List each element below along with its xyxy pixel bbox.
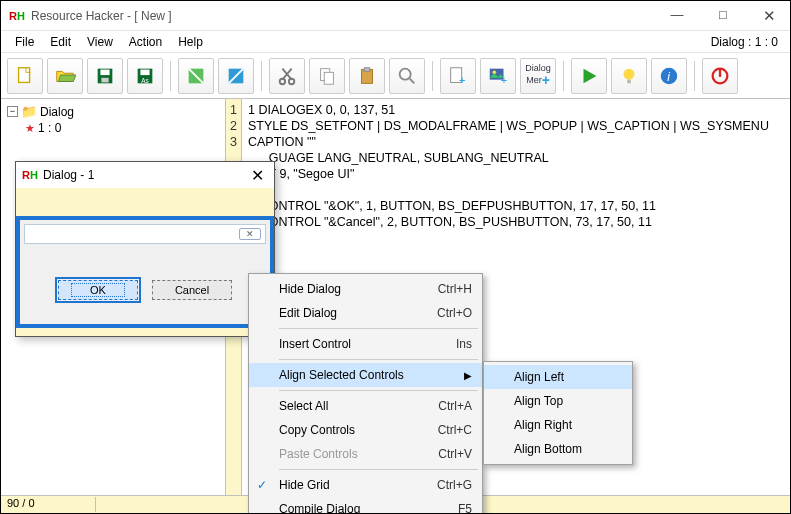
menu-shortcut: Ins <box>426 337 472 351</box>
svg-rect-5 <box>140 69 149 75</box>
cut-icon[interactable] <box>269 58 305 94</box>
menu-shortcut: Ctrl+O <box>407 306 472 320</box>
star-icon: ★ <box>25 122 35 135</box>
copy-icon[interactable] <box>309 58 345 94</box>
ok-button[interactable]: OK <box>58 280 138 300</box>
collapse-icon[interactable]: − <box>7 106 18 117</box>
menu-item-label: Edit Dialog <box>279 306 337 320</box>
menu-item[interactable]: Align Top <box>484 389 632 413</box>
menu-item-label: Align Bottom <box>514 442 582 456</box>
svg-rect-3 <box>101 77 108 82</box>
menu-help[interactable]: Help <box>170 33 211 51</box>
menu-item[interactable]: Copy ControlsCtrl+C <box>249 418 482 442</box>
menu-shortcut: Ctrl+A <box>408 399 472 413</box>
menubar: File Edit View Action Help Dialog : 1 : … <box>1 31 790 53</box>
menu-separator <box>279 469 478 470</box>
dialog-edit-icon[interactable]: DialogMer+ <box>520 58 556 94</box>
status-position: 90 / 0 <box>7 497 96 512</box>
app-logo-icon: RH <box>22 167 38 183</box>
tree-node-item[interactable]: ★ 1 : 0 <box>7 120 219 136</box>
info-icon[interactable]: i <box>651 58 687 94</box>
power-icon[interactable] <box>702 58 738 94</box>
window-title: Resource Hacker - [ New ] <box>31 9 172 23</box>
menu-view[interactable]: View <box>79 33 121 51</box>
menu-item-label: Align Right <box>514 418 572 432</box>
new-icon[interactable] <box>7 58 43 94</box>
dialog-preview-titlebar[interactable]: RH Dialog - 1 ✕ <box>16 162 274 188</box>
tree-label: Dialog <box>40 105 74 119</box>
svg-point-13 <box>400 68 411 79</box>
dialog-body[interactable]: OK Cancel <box>24 250 266 320</box>
maximize-button[interactable]: □ <box>710 7 736 25</box>
svg-text:As: As <box>141 77 148 84</box>
toolbar-separator <box>261 61 262 91</box>
menu-item[interactable]: Edit DialogCtrl+O <box>249 301 482 325</box>
check-icon: ✓ <box>257 478 267 492</box>
menu-edit[interactable]: Edit <box>42 33 79 51</box>
dialog-footer-band <box>16 328 274 336</box>
menu-item-label: Align Top <box>514 394 563 408</box>
open-icon[interactable] <box>47 58 83 94</box>
menu-item[interactable]: Select AllCtrl+A <box>249 394 482 418</box>
window-controls: — □ ✕ <box>664 7 782 25</box>
dialog-close-icon[interactable]: ✕ <box>239 228 261 240</box>
svg-point-7 <box>280 78 286 84</box>
minimize-button[interactable]: — <box>664 7 690 25</box>
svg-text:+: + <box>459 74 465 86</box>
close-button[interactable]: ✕ <box>756 7 782 25</box>
menu-item[interactable]: Align Left <box>484 365 632 389</box>
paste-icon[interactable] <box>349 58 385 94</box>
menu-separator <box>279 390 478 391</box>
titlebar: RH Resource Hacker - [ New ] — □ ✕ <box>1 1 790 31</box>
toolbar: As + + DialogMer+ i <box>1 53 790 99</box>
svg-rect-0 <box>19 67 30 82</box>
status-right: Dialog : 1 : 0 <box>711 35 784 49</box>
submenu-arrow-icon: ▶ <box>464 370 472 381</box>
menu-item-label: Insert Control <box>279 337 351 351</box>
dialog-toolbar-band <box>16 188 274 216</box>
menu-separator <box>279 359 478 360</box>
add-resource-icon[interactable]: + <box>440 58 476 94</box>
menu-shortcut: Ctrl+H <box>408 282 472 296</box>
find-icon[interactable] <box>389 58 425 94</box>
play-icon[interactable] <box>571 58 607 94</box>
svg-point-19 <box>624 68 635 79</box>
context-menu[interactable]: Hide DialogCtrl+HEdit DialogCtrl+OInsert… <box>248 273 483 514</box>
saveas-icon[interactable]: As <box>127 58 163 94</box>
dialog-caption-bar: ✕ <box>24 224 266 244</box>
menu-item-label: Compile Dialog <box>279 502 360 514</box>
add-image-icon[interactable]: + <box>480 58 516 94</box>
menu-item[interactable]: Hide DialogCtrl+H <box>249 277 482 301</box>
menu-shortcut: Ctrl+G <box>407 478 472 492</box>
close-icon[interactable]: ✕ <box>247 166 268 185</box>
menu-item[interactable]: Align Bottom <box>484 437 632 461</box>
svg-text:i: i <box>667 69 670 83</box>
save-icon[interactable] <box>87 58 123 94</box>
menu-item[interactable]: Align Right <box>484 413 632 437</box>
toolbar-separator <box>432 61 433 91</box>
menu-item-label: Select All <box>279 399 328 413</box>
toolbar-separator <box>563 61 564 91</box>
import-icon[interactable] <box>178 58 214 94</box>
bulb-icon[interactable] <box>611 58 647 94</box>
menu-item[interactable]: Compile DialogF5 <box>249 497 482 514</box>
menu-item-label: Copy Controls <box>279 423 355 437</box>
dialog-preview-window[interactable]: RH Dialog - 1 ✕ ✕ OK Cancel <box>15 161 275 337</box>
menu-item[interactable]: Align Selected Controls▶ <box>249 363 482 387</box>
toolbar-separator <box>694 61 695 91</box>
dialog-canvas[interactable]: ✕ OK Cancel <box>16 216 274 328</box>
menu-item[interactable]: Insert ControlIns <box>249 332 482 356</box>
menu-separator <box>279 328 478 329</box>
menu-item[interactable]: ✓Hide GridCtrl+G <box>249 473 482 497</box>
cancel-button[interactable]: Cancel <box>152 280 232 300</box>
menu-shortcut: Ctrl+C <box>408 423 472 437</box>
svg-rect-2 <box>100 69 109 75</box>
menu-file[interactable]: File <box>7 33 42 51</box>
export-icon[interactable] <box>218 58 254 94</box>
context-submenu-align[interactable]: Align LeftAlign TopAlign RightAlign Bott… <box>483 361 633 465</box>
svg-point-8 <box>289 78 295 84</box>
menu-action[interactable]: Action <box>121 33 170 51</box>
tree-node-dialog[interactable]: − 📁 Dialog <box>7 103 219 120</box>
svg-rect-10 <box>324 72 333 84</box>
folder-icon: 📁 <box>21 104 37 119</box>
